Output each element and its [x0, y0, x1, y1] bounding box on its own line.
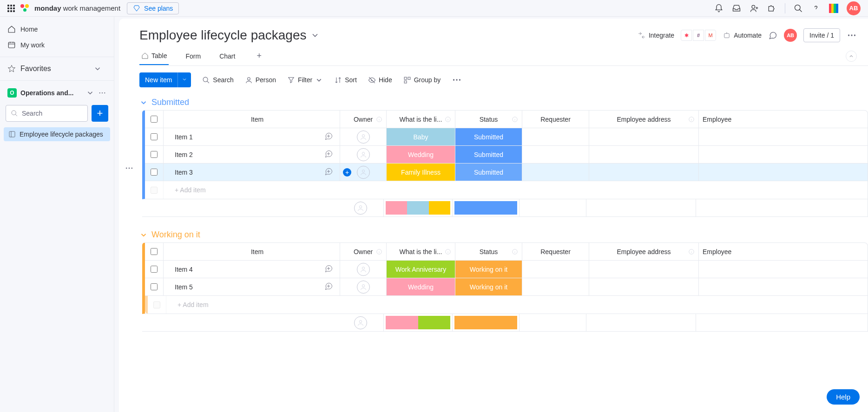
view-tab-form[interactable]: Form: [184, 48, 203, 65]
event-cell[interactable]: Family Illness: [387, 163, 455, 181]
employee-cell[interactable]: [699, 128, 736, 145]
requester-cell[interactable]: [522, 278, 589, 295]
status-cell[interactable]: Submitted: [455, 128, 522, 145]
requester-cell[interactable]: [522, 163, 589, 181]
person-placeholder-icon[interactable]: [357, 131, 370, 144]
chevron-down-icon[interactable]: [139, 98, 148, 107]
group-header[interactable]: Working on it: [139, 230, 868, 240]
group-header[interactable]: Submitted: [139, 98, 868, 107]
col-employee[interactable]: Employee: [699, 111, 736, 128]
info-icon[interactable]: [445, 249, 451, 255]
see-plans-button[interactable]: See plans: [127, 2, 179, 14]
puzzle-icon[interactable]: [767, 4, 776, 13]
item-name-cell[interactable]: Item 1: [164, 128, 340, 145]
open-item-icon[interactable]: [324, 167, 333, 177]
info-icon[interactable]: [512, 249, 518, 255]
more-icon[interactable]: [98, 89, 106, 97]
col-address[interactable]: Employee address: [589, 111, 699, 128]
products-icon[interactable]: [829, 4, 838, 13]
item-name-cell[interactable]: Item 4: [164, 261, 340, 278]
user-avatar[interactable]: AB: [847, 1, 861, 15]
table-row[interactable]: Item 5 Wedding Working on it: [145, 278, 868, 296]
owner-cell[interactable]: [340, 278, 387, 295]
row-checkbox[interactable]: [145, 163, 164, 181]
sidebar-item-mywork[interactable]: My work: [0, 37, 114, 53]
sidebar-search-input[interactable]: Search: [6, 105, 88, 122]
employee-cell[interactable]: [699, 261, 736, 278]
person-placeholder-icon[interactable]: +: [357, 166, 370, 179]
address-cell[interactable]: [589, 261, 699, 278]
sidebar-add-button[interactable]: +: [92, 105, 108, 122]
employee-cell[interactable]: [699, 146, 736, 163]
row-checkbox[interactable]: [145, 261, 164, 278]
board-avatar[interactable]: AB: [784, 29, 797, 42]
group-title[interactable]: Submitted: [151, 98, 189, 107]
toolbar-sort[interactable]: Sort: [334, 76, 357, 84]
table-row[interactable]: Item 4 Work Anniversary Working on it: [145, 261, 868, 278]
info-icon[interactable]: [376, 249, 382, 255]
col-item[interactable]: Item: [164, 111, 340, 128]
col-event[interactable]: What is the li...: [387, 111, 455, 128]
owner-cell[interactable]: [340, 261, 387, 278]
status-cell[interactable]: Submitted: [455, 163, 522, 181]
view-tab-chart[interactable]: Chart: [217, 48, 237, 65]
add-view-button[interactable]: +: [252, 46, 266, 65]
item-name-cell[interactable]: Item 5: [164, 278, 340, 295]
person-placeholder-icon[interactable]: [357, 148, 370, 161]
event-cell[interactable]: Wedding: [387, 278, 455, 295]
inbox-icon[interactable]: [732, 4, 741, 13]
add-item-row[interactable]: + Add item: [145, 296, 868, 314]
address-cell[interactable]: [589, 278, 699, 295]
table-row[interactable]: Item 2 Wedding Submitted: [145, 146, 868, 163]
person-placeholder-icon[interactable]: [357, 263, 370, 276]
col-event[interactable]: What is the li...: [387, 243, 455, 260]
integrate-button[interactable]: Integrate: [638, 31, 674, 39]
select-all-checkbox[interactable]: [145, 243, 164, 260]
sidebar-workspace-selector[interactable]: O Operations and...: [0, 85, 114, 101]
info-icon[interactable]: [688, 116, 695, 123]
employee-cell[interactable]: [699, 163, 736, 181]
col-item[interactable]: Item: [164, 243, 340, 260]
row-checkbox[interactable]: [145, 146, 164, 163]
status-cell[interactable]: Submitted: [455, 146, 522, 163]
chevron-down-icon[interactable]: [86, 89, 94, 97]
event-cell[interactable]: Baby: [387, 128, 455, 145]
person-placeholder-icon[interactable]: [354, 202, 367, 215]
col-status[interactable]: Status: [455, 111, 522, 128]
employee-cell[interactable]: [699, 278, 736, 295]
open-item-icon[interactable]: [324, 264, 333, 275]
event-cell[interactable]: Wedding: [387, 146, 455, 163]
open-item-icon[interactable]: [324, 281, 333, 292]
item-name-cell[interactable]: Item 2: [164, 146, 340, 163]
group-title[interactable]: Working on it: [151, 230, 200, 240]
toolbar-search[interactable]: Search: [202, 76, 233, 84]
toolbar-groupby[interactable]: Group by: [403, 76, 441, 84]
automate-button[interactable]: Automate: [723, 31, 762, 39]
col-owner[interactable]: Owner: [340, 243, 387, 260]
toolbar-hide[interactable]: Hide: [368, 76, 392, 84]
add-person-badge[interactable]: +: [343, 168, 351, 177]
invite-user-icon[interactable]: [750, 4, 759, 13]
requester-cell[interactable]: [522, 146, 589, 163]
info-icon[interactable]: [512, 116, 518, 123]
col-requester[interactable]: Requester: [522, 243, 589, 260]
collapse-header-button[interactable]: [846, 51, 857, 62]
sidebar-item-home[interactable]: Home: [0, 21, 114, 37]
more-icon[interactable]: [452, 75, 462, 85]
apps-grid-icon[interactable]: [7, 5, 15, 12]
owner-cell[interactable]: [340, 146, 387, 163]
info-icon[interactable]: [445, 116, 451, 123]
discussion-icon[interactable]: [768, 31, 777, 40]
status-cell[interactable]: Working on it: [455, 278, 522, 295]
address-cell[interactable]: [589, 146, 699, 163]
row-checkbox[interactable]: [145, 128, 164, 145]
col-employee[interactable]: Employee: [699, 243, 736, 260]
col-owner[interactable]: Owner: [340, 111, 387, 128]
info-icon[interactable]: [688, 249, 695, 255]
info-icon[interactable]: [376, 116, 382, 123]
select-all-checkbox[interactable]: [145, 111, 164, 128]
row-more-icon[interactable]: [125, 163, 134, 173]
search-icon[interactable]: [794, 4, 803, 13]
sidebar-board-item[interactable]: Employee lifecycle packages: [4, 127, 110, 141]
table-row[interactable]: Item 3 + Family Illness Submitted: [145, 163, 868, 181]
